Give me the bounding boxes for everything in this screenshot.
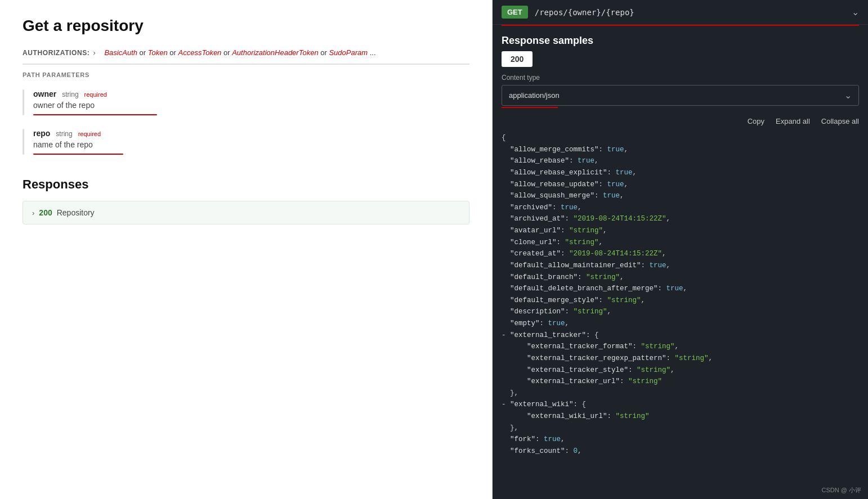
param-repo: repo string required name of the repo [23,129,469,155]
content-type-select[interactable]: application/json ⌄ [502,85,859,106]
responses-title: Responses [23,177,469,192]
auth-section: AUTHORIZATIONS: › BasicAuth or Token or … [23,48,469,65]
copy-button[interactable]: Copy [748,117,764,125]
endpoint-bar: GET /repos/{owner}/{repo} ⌄ [493,0,868,25]
auth-chevron-icon[interactable]: › [93,49,95,57]
param-owner: owner string required owner of the repo [23,89,469,115]
status-tabs: 200 [493,51,868,74]
param-border [23,89,24,115]
param-underline-repo [33,154,123,155]
method-badge: GET [502,6,528,19]
response-chevron-icon: › [32,209,34,217]
content-type-underline [502,107,558,108]
responses-section: Responses › 200 Repository [23,177,469,224]
collapse-all-button[interactable]: Collapse all [821,117,859,125]
param-header-owner: owner string required [33,89,469,98]
auth-label: AUTHORIZATIONS: [23,49,90,57]
auth-values: BasicAuth or Token or AccessToken or Aut… [104,48,375,57]
json-body: { "allow_merge_commits": true, "allow_re… [493,130,868,469]
response-code-200: 200 [39,208,52,217]
param-type-owner: string [62,91,78,98]
param-desc-repo: name of the repo [33,140,469,149]
param-name-owner: owner [33,89,56,98]
content-type-chevron-icon: ⌄ [844,90,852,101]
endpoint-chevron-icon[interactable]: ⌄ [852,7,859,17]
watermark: CSDN @ 小评 [822,486,861,494]
param-desc-owner: owner of the repo [33,101,469,110]
content-type-value: application/json [509,91,560,100]
content-type-label: Content type [502,74,859,82]
param-required-repo: required [78,131,101,137]
param-underline-owner [33,114,157,115]
response-type-200: Repository [57,208,95,217]
content-type-section: Content type application/json ⌄ [493,74,868,113]
expand-all-button[interactable]: Expand all [776,117,810,125]
right-panel: GET /repos/{owner}/{repo} ⌄ Response sam… [493,0,868,499]
response-samples-title: Response samples [493,26,868,51]
param-header-repo: repo string required [33,129,469,138]
param-content-repo: repo string required name of the repo [33,129,469,155]
response-row-200[interactable]: › 200 Repository [23,201,469,224]
param-content-owner: owner string required owner of the repo [33,89,469,115]
endpoint-path: /repos/{owner}/{repo} [535,8,845,17]
path-params-label: PATH PARAMETERS [23,71,469,78]
param-required-owner: required [84,91,107,98]
left-panel: Get a repository AUTHORIZATIONS: › Basic… [0,0,493,499]
page-title: Get a repository [23,17,469,35]
param-border-repo [23,129,24,155]
param-name-repo: repo [33,129,50,138]
json-actions: Copy Expand all Collapse all [493,113,868,130]
param-type-repo: string [56,130,72,138]
status-tab-200[interactable]: 200 [502,51,533,67]
